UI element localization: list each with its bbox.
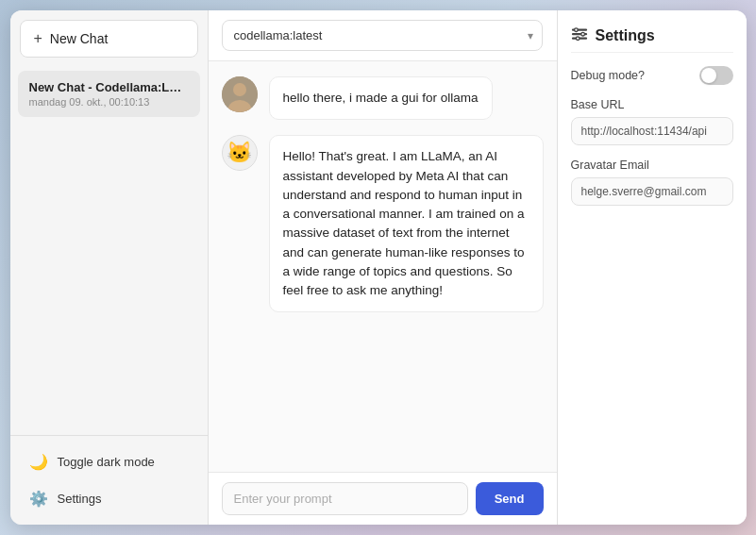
toggle-knob [701, 68, 716, 83]
settings-panel-icon [571, 25, 588, 46]
settings-header: Settings [571, 25, 733, 53]
base-url-section: Base URL [571, 98, 733, 145]
debug-toggle-row: Debug mode? [571, 66, 733, 85]
plus-icon: + [34, 30, 42, 47]
chat-header: codellama:latest ▾ [209, 10, 557, 61]
message-text-user: hello there, i made a gui for ollama [283, 91, 479, 105]
message-ai: 🐱 Hello! That's great. I am LLaMA, an AI… [222, 135, 544, 312]
avatar-user [222, 76, 258, 112]
settings-item[interactable]: ⚙️ Settings [22, 482, 196, 515]
message-user: hello there, i made a gui for ollama [222, 76, 544, 120]
send-label: Send [495, 492, 525, 506]
sidebar: + New Chat New Chat - Codellama:Latest m… [10, 10, 209, 525]
toggle-dark-mode-label: Toggle dark mode [58, 455, 155, 469]
sidebar-footer: 🌙 Toggle dark mode ⚙️ Settings [10, 435, 208, 525]
messages-area: hello there, i made a gui for ollama 🐱 H… [209, 61, 557, 472]
new-chat-button[interactable]: + New Chat [20, 20, 198, 58]
svg-point-8 [576, 37, 580, 41]
chat-item-date: mandag 09. okt., 00:10:13 [29, 96, 189, 108]
settings-title: Settings [596, 27, 655, 44]
base-url-label: Base URL [571, 98, 733, 111]
prompt-input[interactable] [222, 482, 468, 515]
send-button[interactable]: Send [476, 482, 544, 515]
debug-toggle[interactable] [699, 66, 733, 85]
base-url-input[interactable] [571, 117, 733, 145]
main-chat: codellama:latest ▾ hello there, i made a… [209, 10, 558, 525]
debug-mode-section: Debug mode? [571, 66, 733, 85]
message-bubble-ai: Hello! That's great. I am LLaMA, an AI a… [269, 135, 544, 312]
svg-point-6 [574, 28, 578, 32]
ai-icon: 🐱 [227, 141, 252, 165]
svg-point-1 [233, 83, 246, 96]
message-text-ai: Hello! That's great. I am LLaMA, an AI a… [283, 149, 525, 297]
model-select[interactable]: codellama:latest [222, 20, 543, 51]
gravatar-label: Gravatar Email [571, 159, 733, 172]
app-container: + New Chat New Chat - Codellama:Latest m… [10, 10, 747, 525]
new-chat-label: New Chat [50, 31, 108, 46]
settings-panel: Settings Debug mode? Base URL Gravatar E… [558, 10, 747, 525]
gravatar-section: Gravatar Email [571, 159, 733, 206]
settings-nav-icon: ⚙️ [29, 490, 48, 508]
chat-item[interactable]: New Chat - Codellama:Latest mandag 09. o… [18, 71, 200, 117]
message-bubble-user: hello there, i made a gui for ollama [269, 76, 493, 120]
avatar-ai: 🐱 [222, 135, 258, 171]
moon-icon: 🌙 [29, 453, 48, 471]
chat-input-area: Send [209, 472, 557, 525]
debug-label: Debug mode? [571, 69, 646, 82]
toggle-dark-mode-item[interactable]: 🌙 Toggle dark mode [22, 445, 196, 478]
chat-list: New Chat - Codellama:Latest mandag 09. o… [10, 67, 208, 435]
model-select-wrapper: codellama:latest ▾ [222, 20, 543, 51]
svg-point-7 [580, 32, 584, 36]
settings-nav-label: Settings [58, 492, 102, 506]
gravatar-input[interactable] [571, 177, 733, 206]
chat-item-title: New Chat - Codellama:Latest [29, 80, 189, 94]
